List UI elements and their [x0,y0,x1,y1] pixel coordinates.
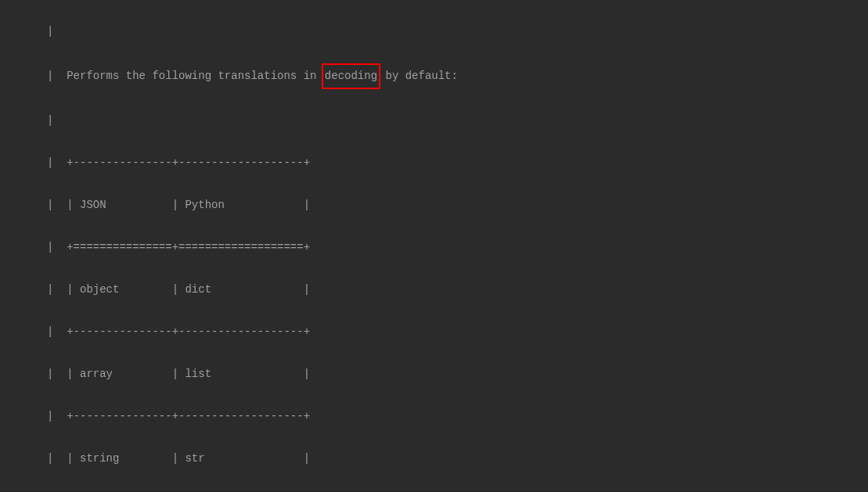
doc-line: | [47,110,868,131]
highlighted-word[interactable]: decoding [322,63,380,89]
doc-line: | [47,21,868,42]
table-border: | +---------------+-------------------+ [47,153,868,174]
doc-line-intro: | Performs the following translations in… [47,63,868,89]
table-row-separator: | +---------------+-------------------+ [47,321,868,343]
table-header-separator: | +===============+===================+ [47,237,868,258]
table-row: | | array | list | [47,364,868,385]
intro-post: by default: [379,70,458,82]
intro-pre: | Performs the following translations in [47,70,323,82]
table-row: | | object | dict | [47,279,868,300]
table-row: | | string | str | [47,448,868,469]
table-row-separator: | +---------------+-------------------+ [47,406,868,427]
table-header: | | JSON | Python | [47,195,868,216]
docstring-content: | | Performs the following translations … [0,0,868,492]
